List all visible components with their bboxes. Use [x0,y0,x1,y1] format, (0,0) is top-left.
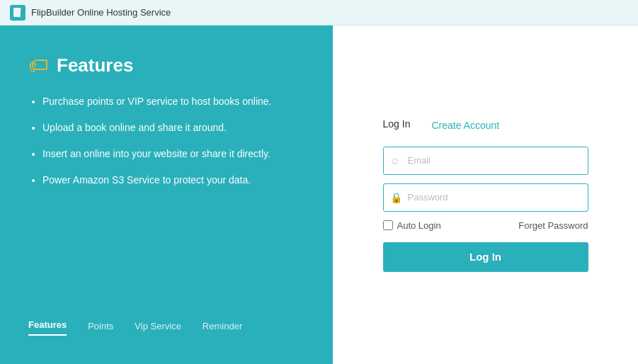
list-item: Power Amazon S3 Service to protect your … [42,173,304,188]
features-header: 🏷 Features [28,54,304,77]
options-row: Auto Login Forget Password [383,220,588,231]
main-layout: 🏷 Features Purchase points or VIP servic… [0,25,638,364]
auth-tabs: Log In Create Account [383,118,588,132]
auto-login-text: Auto Login [397,220,441,231]
features-title: Features [57,55,133,76]
user-icon: ☺ [390,155,400,166]
bottom-tabs: Features Points Vip Service Reminder [28,319,304,343]
topbar: FlipBuilder Online Hosting Service [0,0,638,25]
password-field[interactable] [383,183,588,212]
email-field[interactable] [383,147,588,175]
login-box: Log In Create Account ☺ 🔒 Auto Login For… [383,118,588,272]
auto-login-checkbox[interactable] [383,220,393,230]
features-list: Purchase points or VIP service to host b… [28,94,304,188]
tab-reminder[interactable]: Reminder [203,321,242,336]
list-item: Insert an online into your website or sh… [42,147,304,161]
tab-features[interactable]: Features [28,319,67,336]
list-item: Purchase points or VIP service to host b… [42,94,304,109]
auto-login-label[interactable]: Auto Login [383,220,441,231]
right-panel: Log In Create Account ☺ 🔒 Auto Login For… [333,25,638,364]
password-input-group: 🔒 [383,183,588,212]
login-button[interactable]: Log In [383,242,588,272]
left-panel: 🏷 Features Purchase points or VIP servic… [0,25,333,364]
svg-marker-1 [21,8,22,10]
lock-icon: 🔒 [390,192,402,203]
app-title: FlipBuilder Online Hosting Service [31,7,171,18]
tab-vip-service[interactable]: Vip Service [135,321,181,336]
bookmark-icon: 🏷 [28,54,48,77]
email-input-group: ☺ [383,147,588,175]
tab-points[interactable]: Points [88,321,113,336]
app-logo [10,5,25,21]
list-item: Upload a book online and share it around… [42,120,304,135]
svg-rect-0 [13,8,21,17]
tab-login[interactable]: Log In [383,118,411,132]
forget-password-link[interactable]: Forget Password [518,220,588,231]
tab-create-account[interactable]: Create Account [431,120,499,131]
